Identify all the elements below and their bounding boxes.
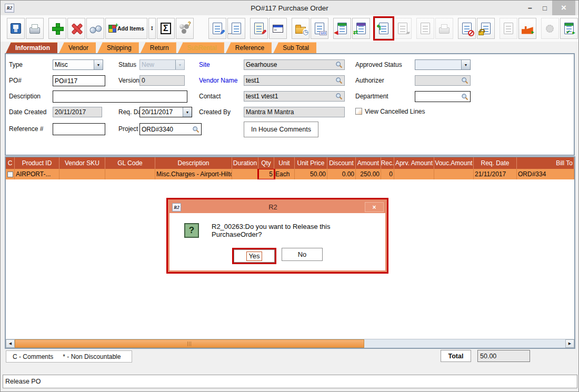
count-sheet-button[interactable] — [311, 18, 328, 39]
project-field[interactable]: ORD#3340 — [139, 123, 202, 135]
scrollbar-grip-icon — [187, 341, 192, 346]
reference-input[interactable] — [53, 123, 105, 135]
dialog-body: R2_00263:Do you want to Release this Pur… — [169, 213, 385, 270]
lock-icon — [478, 31, 484, 35]
tab-vendor[interactable]: Vendor — [59, 42, 96, 53]
tab-subtotal[interactable]: Sub Total — [273, 42, 316, 53]
chevron-down-icon[interactable] — [183, 107, 192, 117]
chevron-down-icon[interactable] — [461, 60, 470, 69]
add-items-button[interactable]: Add Items — [105, 18, 147, 39]
search-icon[interactable] — [461, 93, 468, 100]
invoice-button[interactable] — [352, 18, 370, 39]
department-field[interactable] — [415, 91, 471, 102]
authorizer-field — [415, 75, 471, 86]
search-icon[interactable] — [335, 77, 343, 84]
header-cell: Rec. — [381, 157, 394, 169]
description-input[interactable] — [53, 91, 187, 103]
po-return-button[interactable] — [333, 18, 351, 39]
search-icon[interactable] — [335, 61, 343, 68]
verify-list-button[interactable] — [560, 18, 578, 39]
scroll-right-icon[interactable] — [565, 339, 574, 348]
grid-cell-aprv-amount[interactable] — [394, 169, 434, 179]
search-icon[interactable] — [192, 126, 199, 133]
view-documents-button[interactable] — [227, 18, 245, 39]
save-icon — [11, 23, 21, 34]
grid-cell-rec[interactable]: 0 — [381, 169, 394, 179]
grid-cell-unit[interactable]: Each — [274, 169, 295, 179]
print-button[interactable] — [26, 18, 44, 39]
horizontal-scrollbar[interactable] — [6, 339, 574, 348]
add-items-expand-button[interactable] — [148, 18, 156, 39]
dialog-close-icon[interactable] — [365, 202, 384, 212]
grid-cell-product-id[interactable]: AIRPORT-... — [15, 169, 59, 179]
version-label: Version — [118, 77, 139, 84]
grid-cell-qty[interactable]: 5 — [258, 169, 274, 179]
lock-document-button[interactable] — [477, 18, 495, 39]
scroll-left-icon[interactable] — [6, 339, 15, 348]
close-button[interactable] — [552, 1, 575, 15]
date-created-field: 20/11/2017 — [53, 107, 102, 117]
edit-document-button[interactable] — [208, 18, 226, 39]
created-by-label: Created By — [199, 108, 231, 116]
tab-bar: Information Vendor Shipping Return SubRe… — [6, 42, 318, 53]
delete-button[interactable] — [67, 18, 85, 39]
search-icon[interactable] — [461, 77, 468, 84]
availability-icon — [179, 23, 190, 34]
minimize-button[interactable] — [523, 1, 537, 15]
grid-cell-duration[interactable] — [232, 169, 258, 179]
invoice-icon — [356, 23, 366, 34]
grid-cell-vendor-sku[interactable] — [59, 169, 105, 179]
req-date-combo[interactable]: 20/11/2017 — [139, 107, 192, 117]
search-icon[interactable] — [335, 93, 343, 100]
tab-information[interactable]: Information — [6, 42, 57, 53]
dialog-message: R2_00263:Do you want to Release this Pur… — [212, 223, 379, 238]
status-combo: New — [139, 59, 185, 70]
grid-cell-amount[interactable]: 250.00 — [356, 169, 381, 179]
tab-return[interactable]: Return — [141, 42, 176, 53]
availability-button[interactable] — [176, 18, 194, 39]
grid-cell-unit-price[interactable]: 50.00 — [295, 169, 327, 179]
tab-subrental: SubRental — [178, 42, 224, 53]
yes-button[interactable]: Yes — [234, 249, 275, 263]
find-button[interactable] — [86, 18, 104, 39]
grid-cell-description[interactable]: Misc.Charges - Airport-Hilton-I... — [155, 169, 232, 179]
chevron-down-icon[interactable] — [94, 60, 103, 69]
header-cell: Duration — [232, 157, 258, 169]
scrollbar-thumb[interactable] — [15, 339, 364, 348]
receive-button — [394, 18, 412, 39]
add-button[interactable] — [48, 18, 66, 39]
tab-shipping[interactable]: Shipping — [97, 42, 139, 53]
find-window-button[interactable] — [269, 18, 287, 39]
cancel-document-button[interactable] — [458, 18, 476, 39]
grid-cell-bill-to[interactable]: ORD#334 — [517, 169, 574, 179]
dialog-titlebar[interactable]: R2 R2 — [169, 201, 385, 213]
cancel-document-icon — [462, 23, 472, 34]
header-cell: Product ID — [15, 157, 59, 169]
manufacture-button[interactable] — [518, 18, 536, 39]
row-checkbox[interactable] — [7, 172, 13, 177]
in-house-comments-button[interactable]: In House Comments — [244, 122, 318, 137]
sum-button[interactable] — [157, 18, 175, 39]
grid-cell-req-date[interactable]: 21/11/2017 — [474, 169, 517, 179]
history-button[interactable] — [292, 18, 310, 39]
po-input[interactable] — [53, 75, 105, 86]
scrollbar-track[interactable] — [15, 339, 565, 348]
view-cancelled-checkbox[interactable] — [355, 108, 362, 115]
annotation-yes-highlight: Yes — [232, 248, 276, 264]
grid-cell-gl-code[interactable] — [105, 169, 155, 179]
type-combo[interactable]: Misc — [53, 59, 103, 70]
grid-cell-discount[interactable]: 0.00 — [327, 169, 356, 179]
maximize-button[interactable] — [537, 1, 552, 15]
tab-reference[interactable]: Reference — [226, 42, 272, 53]
header-cell: Amount — [356, 157, 381, 169]
save-button[interactable] — [7, 18, 25, 39]
grid-cell-comment[interactable] — [6, 169, 15, 179]
header-cell: Description — [155, 157, 232, 169]
total-value: 50.00 — [477, 350, 530, 362]
no-button[interactable]: No — [282, 248, 323, 261]
release-po-button[interactable] — [375, 18, 393, 39]
edit-notes-button[interactable] — [250, 18, 268, 39]
grid-cell-vouc-amount[interactable] — [434, 169, 474, 179]
header-cell: GL Code — [105, 157, 155, 169]
approved-status-combo[interactable] — [415, 59, 471, 70]
